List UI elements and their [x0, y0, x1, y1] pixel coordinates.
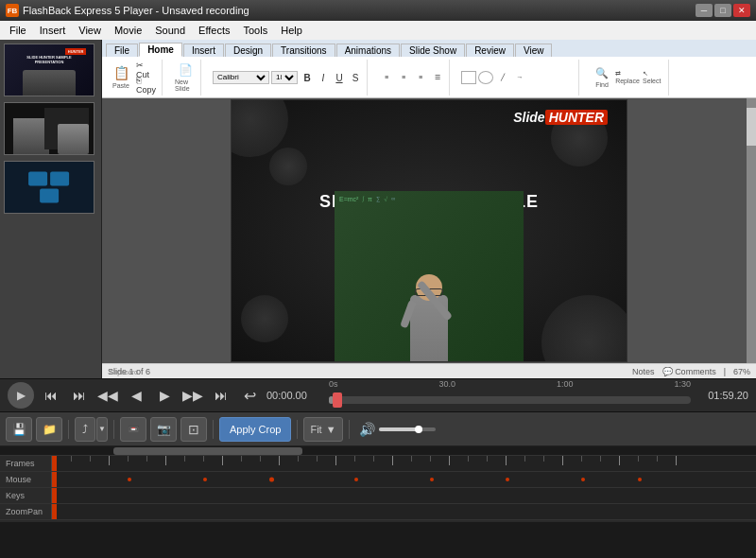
minimize-button[interactable]: ─: [696, 4, 713, 17]
open-folder-button[interactable]: 📁: [36, 417, 62, 442]
shape-rect[interactable]: [461, 71, 476, 84]
next-frame-button[interactable]: ▶: [153, 384, 176, 407]
ribbon-content: 📋Paste ✂ Cut ⎘ Copy Clipboard 📄New Slide…: [102, 57, 756, 98]
deco-circle-5: [269, 148, 307, 185]
ribbon-tab-slideshow[interactable]: Slide Show: [401, 44, 465, 57]
menu-help[interactable]: Help: [275, 24, 308, 37]
pp-viewer: File Home Insert Design Transitions Anim…: [102, 40, 756, 378]
select-button[interactable]: ↖ Select: [642, 63, 664, 92]
notes-label[interactable]: Notes: [632, 367, 655, 376]
menu-view[interactable]: View: [73, 24, 107, 37]
timeline-scrollbar[interactable]: [113, 447, 302, 455]
find-button[interactable]: 🔍Find: [591, 63, 613, 92]
frames-track[interactable]: [52, 456, 756, 471]
shape-arrow[interactable]: →: [512, 71, 527, 84]
ribbon-tab-insert[interactable]: Insert: [183, 44, 224, 57]
rewind-button[interactable]: ◀◀: [96, 384, 119, 407]
timeline-row-mouse: Mouse: [0, 472, 756, 488]
ribbon-tab-animations[interactable]: Animations: [336, 44, 400, 57]
new-slide-button[interactable]: 📄New Slide: [174, 63, 197, 92]
video-export-button[interactable]: 📼: [120, 417, 146, 442]
menu-insert[interactable]: Insert: [34, 24, 72, 37]
font-group: Calibri 18 B I U S: [209, 60, 368, 96]
ribbon-tab-file[interactable]: File: [106, 44, 138, 57]
timeline-labels: 0s 30.0 1:00 1:30: [329, 379, 691, 389]
maximize-button[interactable]: □: [714, 4, 731, 17]
menu-movie[interactable]: Movie: [109, 24, 147, 37]
close-button[interactable]: ✕: [733, 4, 750, 17]
play-button[interactable]: ▶: [8, 382, 34, 409]
skip-back-button[interactable]: ⏮: [40, 384, 62, 407]
volume-icon[interactable]: 🔊: [359, 422, 375, 437]
zoom-level: |: [724, 367, 726, 376]
apply-crop-button[interactable]: Apply Crop: [219, 417, 291, 442]
shape-line[interactable]: ╱: [495, 71, 510, 84]
fast-forward-button[interactable]: ▶▶: [181, 384, 204, 407]
ribbon-tab-design[interactable]: Design: [225, 44, 271, 57]
fit-arrow-icon: ▼: [326, 424, 336, 435]
zoompan-track[interactable]: [52, 504, 756, 519]
deco-circle-4: [241, 295, 288, 342]
align-right-button[interactable]: ≡: [413, 71, 428, 84]
slide-thumb-2[interactable]: [4, 102, 94, 155]
frames-label: Frames: [0, 456, 52, 471]
menu-file[interactable]: File: [4, 24, 32, 37]
italic-button[interactable]: I: [316, 72, 331, 85]
main-area: SLIDE HUNTER SAMPLEPRESENTATION HUNTER: [0, 40, 756, 378]
strikethrough-button[interactable]: S: [348, 72, 363, 85]
screenshot-button[interactable]: 📷: [150, 417, 177, 442]
volume-thumb[interactable]: [415, 426, 422, 433]
slide-thumb-1[interactable]: SLIDE HUNTER SAMPLEPRESENTATION HUNTER: [4, 44, 94, 96]
toolbar-separator-3: [213, 420, 214, 439]
toolbar-separator-4: [297, 420, 298, 439]
ribbon-tab-home[interactable]: Home: [139, 43, 182, 57]
skip-end-button[interactable]: ⏭: [210, 384, 232, 407]
bold-button[interactable]: B: [300, 72, 315, 85]
bullet-list-button[interactable]: ☰: [430, 71, 445, 84]
copy-button[interactable]: ⎘ Copy: [135, 78, 158, 92]
align-center-button[interactable]: ≡: [396, 71, 411, 84]
save-button[interactable]: 💾: [6, 417, 32, 442]
slide-main: Slide HUNTER SLIDE HUNTER SAMPLE PRESENT…: [231, 99, 627, 362]
ribbon-tab-transitions[interactable]: Transitions: [272, 44, 335, 57]
volume-area: 🔊: [359, 422, 436, 437]
zoompan-label: ZoomPan: [0, 504, 52, 519]
slide-panel: SLIDE HUNTER SAMPLEPRESENTATION HUNTER: [0, 40, 102, 378]
slide-thumb-3[interactable]: [4, 161, 94, 214]
timeline-cursor[interactable]: [333, 392, 342, 408]
label-100: 1:00: [557, 379, 574, 389]
pp-scrollbar-thumb[interactable]: [747, 108, 756, 146]
menu-tools[interactable]: Tools: [238, 24, 274, 37]
share-button[interactable]: ⤴: [75, 417, 95, 442]
shape-circle[interactable]: [478, 71, 493, 84]
editing-group: 🔍Find ⇄ Replace ↖ Select: [587, 60, 669, 96]
end-time-display: 01:59.20: [696, 390, 748, 401]
fit-dropdown[interactable]: Fit ▼: [303, 417, 342, 442]
align-left-button[interactable]: ≡: [379, 71, 394, 84]
paste-button[interactable]: 📋Paste: [110, 63, 132, 92]
menu-effects[interactable]: Effects: [193, 24, 235, 37]
keys-track[interactable]: [52, 488, 756, 503]
crop-button[interactable]: ⊡: [180, 417, 207, 442]
logo-hunter-text: HUNTER: [545, 110, 608, 125]
undo-button[interactable]: ↩: [238, 384, 261, 407]
timeline-track[interactable]: [329, 396, 691, 404]
volume-slider[interactable]: [379, 427, 436, 431]
mouse-track[interactable]: [52, 472, 756, 487]
comments-label[interactable]: 💬 Comments: [662, 367, 716, 376]
pp-scrollbar[interactable]: [747, 98, 756, 363]
ribbon-tab-view[interactable]: View: [515, 44, 553, 57]
menu-sound[interactable]: Sound: [149, 24, 191, 37]
replace-button[interactable]: ⇄ Replace: [616, 63, 639, 92]
timeline-row-frames: Frames: [0, 456, 756, 472]
child-figure: E=mc² ∫ π ∑ √ ∞: [335, 191, 524, 361]
underline-button[interactable]: U: [332, 72, 347, 85]
timeline-rows: Frames: [0, 456, 756, 520]
share-arrow[interactable]: ▼: [96, 417, 108, 442]
slides-group: 📄New Slide: [170, 60, 201, 96]
cut-button[interactable]: ✂ Cut: [135, 63, 158, 77]
prev-frame-button[interactable]: ◀: [125, 384, 147, 407]
step-back-button[interactable]: ⏭: [68, 384, 91, 407]
title-bar-left: FB FlashBack Express 5 Player - Unsaved …: [6, 4, 249, 17]
ribbon-tab-review[interactable]: Review: [466, 44, 514, 57]
